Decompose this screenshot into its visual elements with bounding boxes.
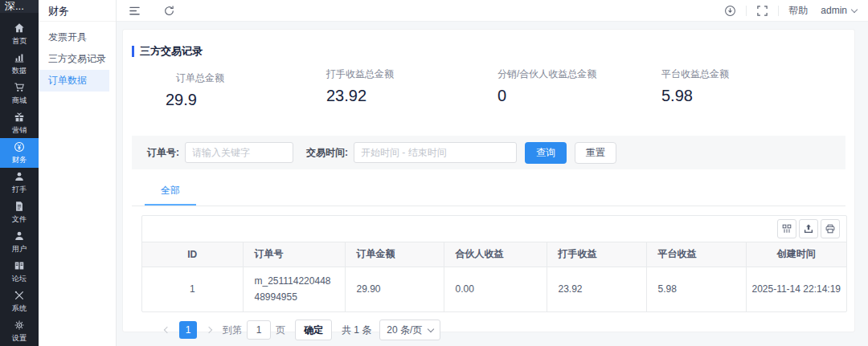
tab-all[interactable]: 全部 [145,181,196,206]
refresh-icon[interactable] [163,5,175,17]
user-menu[interactable]: admin [821,5,857,16]
goto-page-input[interactable] [247,320,271,340]
col-header-id: ID [142,242,243,267]
user-icon [14,171,25,182]
stat-label: 订单总金额 [166,67,326,85]
col-header-platform-income: 平台收益 [646,242,746,267]
column-settings-button[interactable] [777,219,796,238]
main-nav: 首页 数据 商城 营销 财务 打手 [0,13,39,346]
page-size-select[interactable]: 20 条/页 [379,320,440,340]
sidebar-item-data[interactable]: 数据 [0,49,39,79]
page-content: 三方交易记录 订单总金额 29.9 打手收益总金额 23.92 分销/合伙人收益… [117,22,868,346]
cell-id: 1 [142,267,243,311]
sidebar-item-system[interactable]: 系统 [0,287,39,316]
filter-bar: 订单号: 交易时间: 查询 重置 [132,136,845,169]
order-no-input[interactable] [185,142,293,163]
stat-label: 分销/合伙人收益总金额 [497,67,661,81]
main-area: 帮助 admin 三方交易记录 订单总金额 29.9 [117,0,868,346]
goto-suffix-label: 页 [276,324,285,337]
goto-prefix-label: 到第 [223,324,242,337]
submenu-item-order-data[interactable]: 订单数据 [39,70,109,92]
submenu-item-invoice[interactable]: 发票开具 [39,26,109,48]
home-icon [14,22,25,34]
next-page-icon[interactable] [200,321,218,339]
col-header-order-no: 订单号 [243,242,345,267]
fullscreen-icon[interactable] [756,5,768,17]
col-header-created-at: 创建时间 [746,242,846,267]
bar-chart-icon [14,52,25,63]
sidebar-item-fighter[interactable]: 打手 [0,168,39,197]
table-toolbar [142,216,846,242]
chevron-down-icon [851,6,858,12]
cell-created-at: 2025-11-14 22:14:19 [746,267,846,311]
stat-value: 0 [497,87,661,105]
cell-partner-income: 0.00 [444,267,547,311]
gift-icon [14,112,25,123]
goto-confirm-button[interactable]: 确定 [295,320,332,340]
stat-value: 29.9 [166,91,326,109]
tab-bar: 全部 [132,181,845,206]
collapse-menu-icon[interactable] [129,5,141,17]
sidebar-item-label: 财务 [12,154,27,165]
app-logo: 深... [0,0,39,13]
cell-platform-income: 5.98 [646,267,746,311]
cell-fighter-income: 23.92 [547,267,646,311]
prev-page-icon[interactable] [158,321,176,339]
trade-time-input[interactable] [354,142,517,163]
sidebar-item-finance[interactable]: 财务 [0,138,39,168]
stat-platform-income: 平台收益总金额 5.98 [661,67,845,109]
sidebar-item-marketing[interactable]: 营销 [0,108,39,138]
user-icon [14,230,25,242]
help-link[interactable]: 帮助 [788,4,808,18]
topbar-divider [746,6,747,16]
sidebar-item-label: 商城 [12,95,27,105]
yen-circle-icon [14,141,25,153]
sidebar-item-label: 用户 [12,243,27,254]
trade-time-label: 交易时间: [306,146,348,160]
stat-value: 23.92 [326,87,497,105]
sidebar-item-settings[interactable]: 设置 [0,316,39,346]
download-icon[interactable] [724,5,736,17]
orders-table-container: ID 订单号 订单金额 合伙人收益 打手收益 平台收益 创建时间 [141,215,847,312]
print-button[interactable] [821,219,840,238]
sidebar-item-files[interactable]: 文件 [0,197,39,227]
page-number-button[interactable]: 1 [179,321,197,339]
cell-order-no: m_25111422044848994955 [243,267,345,311]
reset-button[interactable]: 重置 [575,142,616,164]
shopping-cart-icon [14,82,25,93]
chevron-down-icon [428,325,434,332]
sidebar-item-mall[interactable]: 商城 [0,79,39,108]
sub-sidebar: 财务 发票开具 三方交易记录 订单数据 [39,0,117,346]
page-title: 三方交易记录 [140,44,203,59]
app-window: 深... 首页 数据 商城 营销 财务 [0,0,868,346]
table-row[interactable]: 1 m_25111422044848994955 29.90 0.00 23.9… [142,267,846,311]
stat-order-total: 订单总金额 29.9 [166,67,326,109]
tools-icon [14,290,25,301]
search-button[interactable]: 查询 [525,142,567,164]
export-button[interactable] [799,219,818,238]
stat-label: 平台收益总金额 [661,67,845,81]
sidebar-item-label: 论坛 [12,273,27,283]
stat-label: 打手收益总金额 [326,67,497,81]
gear-icon [14,320,25,331]
sidebar-item-users[interactable]: 用户 [0,227,39,257]
sidebar-item-home[interactable]: 首页 [0,19,39,49]
total-count-label: 共 1 条 [342,324,371,337]
col-header-partner-income: 合伙人收益 [444,242,547,267]
page-size-value: 20 条/页 [387,324,422,337]
section-accent-bar [132,46,134,57]
topbar-divider [778,6,779,16]
sidebar-item-label: 打手 [12,184,27,194]
sub-sidebar-title: 财务 [39,0,116,22]
sidebar-item-forum[interactable]: 论坛 [0,257,39,287]
sidebar-item-label: 数据 [12,65,27,75]
col-header-order-amount: 订单金额 [345,242,444,267]
sidebar-item-label: 文件 [12,214,27,224]
col-header-fighter-income: 打手收益 [547,242,646,267]
stat-value: 5.98 [661,87,845,105]
stat-partner-income: 分销/合伙人收益总金额 0 [497,67,661,109]
forum-icon [14,260,25,271]
stats-row: 订单总金额 29.9 打手收益总金额 23.92 分销/合伙人收益总金额 0 平… [166,67,845,109]
submenu-item-third-party-records[interactable]: 三方交易记录 [39,48,109,70]
order-no-label: 订单号: [147,146,179,160]
